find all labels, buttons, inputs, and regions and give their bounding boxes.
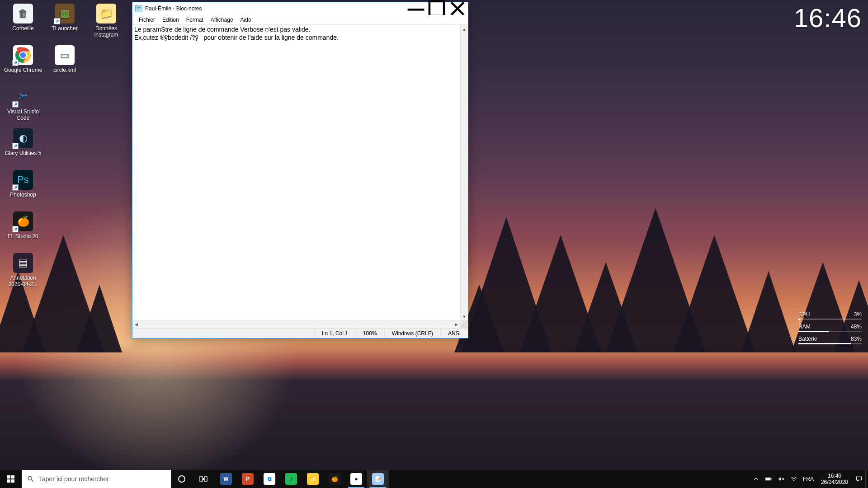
desktop-icon-label: Google Chrome	[3, 67, 43, 73]
search-placeholder: Taper ici pour rechercher	[39, 475, 109, 483]
desktop-icon-label: Données instagram	[86, 25, 127, 38]
meter-cpu: CPU3%	[798, 311, 862, 320]
desktop-icon-annotation[interactable]: ▤Annotation 2020-04-2...	[3, 252, 43, 293]
volume-muted-icon[interactable]	[775, 470, 788, 488]
desktop-icon-chrome[interactable]: ↗Google Chrome	[3, 44, 43, 85]
desktop-icon-photoshop[interactable]: Ps↗Photoshop	[3, 169, 43, 210]
status-zoom: 100%	[355, 328, 384, 338]
desktop-icon-donnees-ig[interactable]: 📁Données instagram	[86, 3, 127, 43]
cortana-button[interactable]	[171, 470, 193, 488]
taskbar-search[interactable]: Taper ici pour rechercher	[22, 470, 171, 488]
scroll-down-icon[interactable]: ▼	[461, 313, 468, 320]
taskbar-time: 16:46	[821, 473, 848, 479]
svg-point-19	[793, 480, 794, 481]
notepad-icon	[135, 5, 142, 12]
svg-rect-20	[856, 477, 861, 480]
flstudio-icon: 🍊	[329, 473, 340, 485]
editor-textarea[interactable]: Le paramŠtre de ligne de commande Verbos…	[132, 25, 460, 320]
shortcut-arrow-icon: ↗	[12, 184, 19, 191]
svg-rect-9	[11, 479, 14, 483]
scroll-left-icon[interactable]: ◀	[132, 321, 140, 328]
svg-point-3	[20, 52, 26, 58]
taskbar-app-store[interactable]: ⧉	[259, 470, 280, 488]
close-button[interactable]	[447, 2, 468, 15]
window-title: Paul-Émile - Bloc-notes	[145, 5, 406, 12]
svg-rect-14	[204, 477, 207, 481]
desktop-icon-label: Glary Utilities 5	[3, 150, 43, 156]
menu-edit[interactable]: Edition	[159, 16, 183, 24]
meter-bat-label: Batterie	[798, 336, 817, 342]
desktop-icon-label: FL Studio 20	[3, 233, 43, 239]
taskbar-app-powerpoint[interactable]: P	[237, 470, 259, 488]
meter-ram: RAM48%	[798, 324, 862, 332]
desktop-icon-tlauncher[interactable]: ▩↗TLauncher	[44, 3, 85, 43]
scroll-up-icon[interactable]: ▲	[461, 25, 468, 33]
taskbar-app-notepad[interactable]: 📝	[367, 470, 389, 488]
wifi-icon[interactable]	[788, 470, 800, 488]
maximize-button[interactable]	[426, 2, 447, 15]
battery-icon[interactable]	[762, 470, 775, 488]
svg-rect-8	[7, 479, 10, 483]
language-indicator[interactable]: FRA	[800, 476, 816, 482]
shortcut-arrow-icon: ↗	[12, 101, 19, 108]
recycle-bin-icon: 🗑	[13, 4, 33, 23]
task-view-button[interactable]	[193, 470, 214, 488]
desktop-icon-vscode[interactable]: ⭃↗Visual Studio Code	[3, 86, 43, 127]
explorer-icon: 📁	[307, 473, 319, 485]
vertical-scrollbar[interactable]: ▲ ▼	[460, 25, 468, 320]
horizontal-scrollbar[interactable]: ◀ ▶	[132, 320, 468, 328]
system-tray: FRA 16:46 26/04/2020	[750, 470, 868, 488]
shortcut-arrow-icon: ↗	[54, 18, 60, 24]
taskbar-app-flstudio[interactable]: 🍊	[324, 470, 345, 488]
chrome-icon: ●	[350, 473, 362, 485]
svg-point-12	[179, 476, 185, 482]
titlebar[interactable]: Paul-Émile - Bloc-notes	[132, 2, 468, 15]
chrome-icon: ↗	[13, 45, 33, 65]
taskbar-pinned-apps: WP⧉♪📁🍊●📝	[215, 470, 389, 488]
desktop-icon-glary[interactable]: ◐↗Glary Utilities 5	[3, 127, 43, 168]
desktop-icon-label: Visual Studio Code	[3, 108, 43, 121]
svg-line-11	[32, 480, 33, 482]
shortcut-arrow-icon: ↗	[12, 60, 19, 66]
taskbar-app-chrome[interactable]: ●	[345, 470, 367, 488]
minimize-button[interactable]	[406, 2, 426, 15]
menu-format[interactable]: Format	[183, 16, 207, 24]
status-encoding: ANSI	[440, 328, 468, 338]
desktop-icon-label: Photoshop	[3, 192, 43, 198]
donnees-ig-icon: 📁	[96, 4, 116, 23]
notepad-window[interactable]: Paul-Émile - Bloc-notes Fichier Edition …	[132, 2, 468, 338]
meter-cpu-label: CPU	[798, 311, 810, 318]
menu-help[interactable]: Aide	[237, 16, 255, 24]
status-cursor-pos: Ln 1, Col 1	[314, 328, 355, 338]
svg-rect-18	[765, 478, 769, 480]
taskbar-clock[interactable]: 16:46 26/04/2020	[816, 473, 853, 485]
svg-rect-6	[7, 475, 10, 479]
menubar: Fichier Edition Format Affichage Aide	[132, 15, 468, 25]
desktop-icon-flstudio[interactable]: 🍊↗FL Studio 20	[3, 211, 43, 251]
desktop-icon-recycle-bin[interactable]: 🗑Corbeille	[3, 3, 43, 43]
svg-rect-17	[771, 479, 771, 480]
resource-meters: CPU3% RAM48% Batterie83%	[798, 311, 862, 348]
taskbar-app-word[interactable]: W	[215, 470, 237, 488]
show-desktop-button[interactable]	[865, 470, 868, 488]
taskbar-app-explorer[interactable]: 📁	[302, 470, 324, 488]
action-center-button[interactable]	[853, 470, 865, 488]
meter-bat-value: 83%	[851, 336, 862, 342]
menu-view[interactable]: Affichage	[207, 16, 237, 24]
desktop-icon-circle-kml[interactable]: ▭circle.kml	[44, 44, 85, 85]
annotation-icon: ▤	[13, 253, 33, 273]
desktop-icon-label: Annotation 2020-04-2...	[3, 275, 43, 287]
meter-ram-label: RAM	[798, 324, 811, 330]
resize-grip-icon[interactable]	[460, 321, 468, 328]
shortcut-arrow-icon: ↗	[12, 226, 19, 232]
taskbar-date: 26/04/2020	[821, 479, 848, 485]
meter-cpu-value: 3%	[854, 311, 862, 318]
start-button[interactable]	[0, 470, 22, 488]
scroll-right-icon[interactable]: ▶	[453, 321, 460, 328]
powerpoint-icon: P	[242, 473, 254, 485]
menu-file[interactable]: Fichier	[135, 16, 159, 24]
taskbar: Taper ici pour rechercher WP⧉♪📁🍊●📝 FRA 1…	[0, 470, 868, 488]
taskbar-app-spotify[interactable]: ♪	[280, 470, 302, 488]
svg-rect-15	[203, 478, 204, 480]
tray-overflow-button[interactable]	[750, 470, 762, 488]
